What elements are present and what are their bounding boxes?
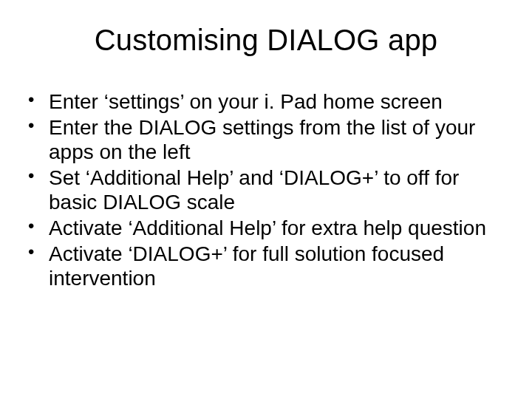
list-item: Set ‘Additional Help’ and ‘DIALOG+’ to o… xyxy=(27,166,510,214)
list-item: Enter the DIALOG settings from the list … xyxy=(27,115,510,164)
list-item: Activate ‘Additional Help’ for extra hel… xyxy=(27,216,510,240)
slide-container: Customising DIALOG app Enter ‘settings’ … xyxy=(0,0,532,399)
page-title: Customising DIALOG app xyxy=(22,24,510,57)
list-item: Enter ‘settings’ on your i. Pad home scr… xyxy=(27,89,510,114)
bullet-list: Enter ‘settings’ on your i. Pad home scr… xyxy=(22,89,510,290)
list-item: Activate ‘DIALOG+’ for full solution foc… xyxy=(27,242,510,290)
